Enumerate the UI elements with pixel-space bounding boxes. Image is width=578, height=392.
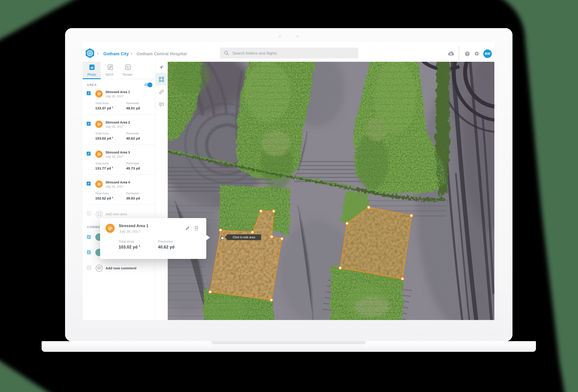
svg-text:?: ? [466, 52, 468, 55]
